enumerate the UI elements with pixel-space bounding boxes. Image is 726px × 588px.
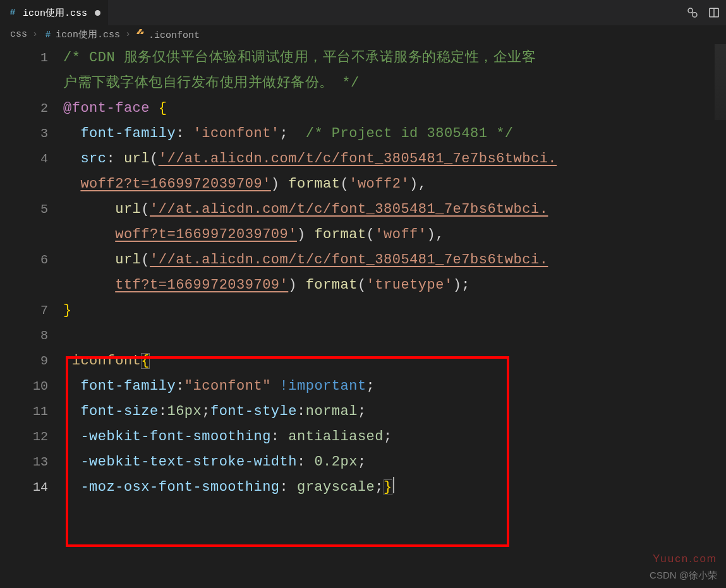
code-line[interactable]: 9.iconfont{ [0, 349, 726, 374]
line-number: 3 [0, 121, 63, 147]
code-content: woff2?t=1669972039709') format('woff2'), [63, 172, 427, 197]
css-file-icon: # [8, 8, 18, 18]
line-number: 1 [0, 45, 63, 71]
code-line[interactable]: 4 src: url('//at.alicdn.com/t/c/font_380… [0, 147, 726, 172]
code-content: font-family:"iconfont" !important; [63, 374, 375, 399]
code-line[interactable]: 14 -moz-osx-font-smoothing: grayscale;} [0, 475, 726, 500]
line-number: 12 [0, 424, 63, 450]
code-editor[interactable]: 1/* CDN 服务仅供平台体验和调试使用，平台不承诺服务的稳定性，企业客户需下… [0, 43, 726, 500]
line-number: 14 [0, 475, 63, 500]
code-line[interactable]: 2@font-face { [0, 96, 726, 121]
code-content: woff?t=1669972039709') format('woff'), [63, 222, 444, 248]
code-content: url('//at.alicdn.com/t/c/font_3805481_7e… [63, 197, 548, 222]
code-content: src: url('//at.alicdn.com/t/c/font_38054… [63, 147, 557, 172]
line-number: 8 [0, 323, 63, 349]
editor-tab[interactable]: # icon使用.css [0, 0, 109, 25]
code-line[interactable]: 10 font-family:"iconfont" !important; [0, 374, 726, 399]
line-number: 11 [0, 399, 63, 424]
line-number: 5 [0, 197, 63, 222]
line-number: 7 [0, 298, 63, 323]
breadcrumb-folder[interactable]: css [10, 29, 27, 40]
split-editor-icon[interactable] [708, 7, 720, 18]
chevron-right-icon: › [125, 29, 131, 40]
code-content: ttf?t=1669972039709') format('truetype')… [63, 273, 470, 298]
code-content: 户需下载字体包自行发布使用并做好备份。 */ [63, 71, 360, 96]
code-line[interactable]: 户需下载字体包自行发布使用并做好备份。 */ [0, 71, 726, 96]
line-number: 4 [0, 147, 63, 172]
line-number: 6 [0, 248, 63, 273]
code-line[interactable]: 13 -webkit-text-stroke-width: 0.2px; [0, 450, 726, 475]
symbol-class-icon [136, 28, 146, 38]
code-content: -webkit-text-stroke-width: 0.2px; [63, 450, 366, 475]
chevron-right-icon: › [32, 29, 38, 40]
code-content: font-size:16px;font-style:normal; [63, 399, 366, 424]
breadcrumb-symbol[interactable]: .iconfont [136, 28, 200, 41]
code-content: } [63, 298, 72, 323]
line-number: 13 [0, 450, 63, 475]
tab-filename: icon使用.css [23, 7, 87, 19]
compare-icon[interactable] [687, 7, 698, 18]
code-content: /* CDN 服务仅供平台体验和调试使用，平台不承诺服务的稳定性，企业客 [63, 45, 536, 71]
code-line[interactable]: 8 [0, 323, 726, 349]
watermark-csdn: CSDN @徐小荣 [650, 570, 717, 582]
css-file-icon: # [43, 30, 53, 40]
code-content: url('//at.alicdn.com/t/c/font_3805481_7e… [63, 248, 548, 273]
tab-bar: # icon使用.css [0, 0, 726, 25]
breadcrumb-file[interactable]: #icon使用.css [43, 28, 120, 40]
breadcrumbs: css › #icon使用.css › .iconfont [0, 25, 726, 43]
code-content: -moz-osx-font-smoothing: grayscale;} [63, 475, 394, 500]
editor-actions [687, 0, 726, 25]
code-content: @font-face { [63, 96, 167, 121]
code-line[interactable]: ttf?t=1669972039709') format('truetype')… [0, 273, 726, 298]
code-line[interactable]: 11 font-size:16px;font-style:normal; [0, 399, 726, 424]
code-line[interactable]: 6 url('//at.alicdn.com/t/c/font_3805481_… [0, 248, 726, 273]
code-line[interactable]: woff2?t=1669972039709') format('woff2'), [0, 172, 726, 197]
code-line[interactable]: woff?t=1669972039709') format('woff'), [0, 222, 726, 248]
watermark-site: Yuucn.com [653, 553, 717, 565]
code-content: -webkit-font-smoothing: antialiased; [63, 424, 392, 450]
unsaved-indicator-icon [95, 10, 100, 16]
code-line[interactable]: 1/* CDN 服务仅供平台体验和调试使用，平台不承诺服务的稳定性，企业客 [0, 45, 726, 71]
code-line[interactable]: 3 font-family: 'iconfont'; /* Project id… [0, 121, 726, 147]
code-content: .iconfont{ [63, 349, 150, 374]
minimap[interactable] [715, 44, 726, 120]
code-line[interactable]: 5 url('//at.alicdn.com/t/c/font_3805481_… [0, 197, 726, 222]
line-number: 2 [0, 96, 63, 121]
code-line[interactable]: 7} [0, 298, 726, 323]
line-number: 10 [0, 374, 63, 399]
code-content: font-family: 'iconfont'; /* Project id 3… [63, 121, 514, 147]
line-number: 9 [0, 349, 63, 374]
code-line[interactable]: 12 -webkit-font-smoothing: antialiased; [0, 424, 726, 450]
